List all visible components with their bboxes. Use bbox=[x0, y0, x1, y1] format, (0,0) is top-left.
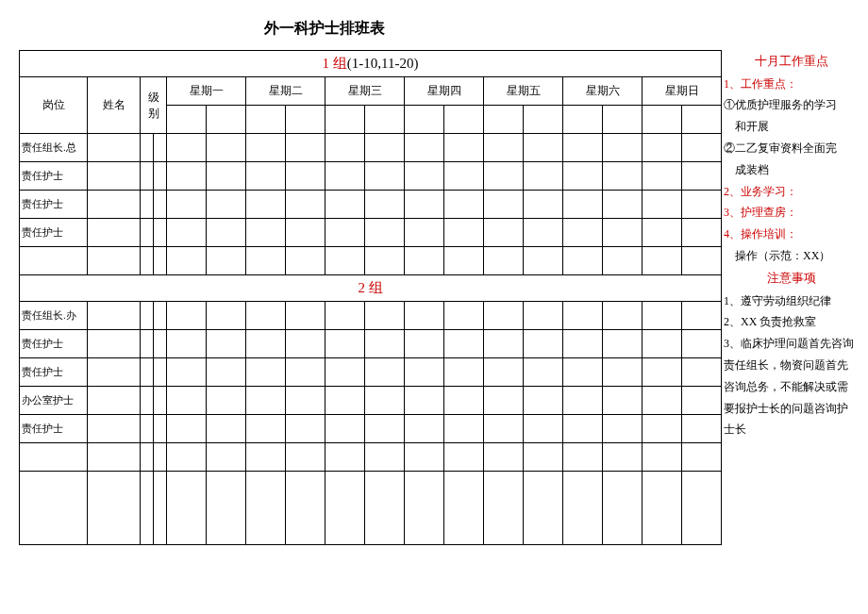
cell bbox=[444, 472, 484, 545]
subcell bbox=[603, 106, 643, 134]
cell bbox=[326, 191, 365, 219]
cell bbox=[286, 415, 326, 443]
focus-item4-a: 操作（示范：XX） bbox=[724, 245, 859, 267]
cell bbox=[444, 191, 484, 219]
cell bbox=[643, 387, 682, 415]
cell bbox=[643, 302, 682, 330]
focus-item1-label: 1、工作重点： bbox=[724, 74, 859, 95]
cell bbox=[484, 415, 524, 443]
cell bbox=[246, 162, 286, 191]
cell bbox=[246, 387, 286, 415]
cell bbox=[154, 472, 167, 545]
cell bbox=[286, 219, 326, 247]
notice-1: 1、遵守劳动组织纪律 bbox=[724, 290, 859, 312]
cell bbox=[154, 443, 167, 472]
cell bbox=[326, 358, 365, 387]
cell bbox=[326, 387, 365, 415]
cell bbox=[154, 162, 167, 191]
cell bbox=[405, 472, 444, 545]
cell bbox=[524, 472, 563, 545]
cell bbox=[207, 219, 246, 247]
cell bbox=[484, 387, 524, 415]
cell bbox=[563, 472, 603, 545]
cell bbox=[643, 191, 682, 219]
col-day-6: 星期六 bbox=[563, 77, 643, 106]
cell bbox=[524, 415, 563, 443]
cell bbox=[563, 247, 603, 275]
cell bbox=[154, 330, 167, 358]
row-label: 责任护士 bbox=[20, 219, 88, 247]
cell bbox=[207, 472, 246, 545]
cell bbox=[167, 330, 207, 358]
cell bbox=[246, 330, 286, 358]
cell bbox=[141, 415, 154, 443]
cell bbox=[167, 302, 207, 330]
cell bbox=[484, 162, 524, 191]
cell bbox=[643, 330, 682, 358]
table-row: 责任护士 bbox=[20, 330, 722, 358]
cell bbox=[682, 162, 722, 191]
cell bbox=[444, 247, 484, 275]
cell bbox=[88, 191, 141, 219]
cell bbox=[246, 358, 286, 387]
cell bbox=[405, 162, 444, 191]
table-row: 责任护士 bbox=[20, 162, 722, 191]
cell bbox=[365, 415, 405, 443]
cell bbox=[524, 387, 563, 415]
row-label bbox=[20, 247, 88, 275]
subcell bbox=[405, 106, 444, 134]
subcell bbox=[207, 106, 246, 134]
cell bbox=[365, 191, 405, 219]
cell bbox=[643, 443, 682, 472]
row-label: 办公室护士 bbox=[20, 387, 88, 415]
cell bbox=[603, 387, 643, 415]
group1-prefix: 1 组 bbox=[323, 56, 347, 71]
cell bbox=[141, 330, 154, 358]
cell bbox=[154, 247, 167, 275]
cell bbox=[405, 134, 444, 162]
cell bbox=[484, 472, 524, 545]
subcell bbox=[682, 106, 722, 134]
cell bbox=[154, 415, 167, 443]
cell bbox=[444, 358, 484, 387]
col-day-4: 星期四 bbox=[405, 77, 484, 106]
cell bbox=[286, 472, 326, 545]
header-row-1: 岗位 姓名 级别 星期一 星期二 星期三 星期四 星期五 星期六 星期日 bbox=[20, 77, 722, 106]
cell bbox=[326, 443, 365, 472]
focus-item3-label: 3、护理查房： bbox=[724, 202, 859, 224]
cell bbox=[141, 358, 154, 387]
cell bbox=[643, 472, 682, 545]
cell bbox=[365, 302, 405, 330]
cell bbox=[326, 472, 365, 545]
cell bbox=[682, 330, 722, 358]
cell bbox=[643, 134, 682, 162]
cell bbox=[603, 472, 643, 545]
focus-item2-label: 2、业务学习： bbox=[724, 181, 859, 203]
cell bbox=[524, 247, 563, 275]
cell bbox=[326, 162, 365, 191]
cell bbox=[484, 358, 524, 387]
table-row-tall bbox=[20, 472, 722, 545]
cell bbox=[207, 330, 246, 358]
cell bbox=[154, 191, 167, 219]
cell bbox=[444, 415, 484, 443]
focus-item1-a: ①优质护理服务的学习 bbox=[724, 94, 859, 116]
row-label bbox=[20, 443, 88, 472]
cell bbox=[207, 191, 246, 219]
cell bbox=[207, 134, 246, 162]
subcell bbox=[524, 106, 563, 134]
cell bbox=[88, 443, 141, 472]
cell bbox=[563, 415, 603, 443]
cell bbox=[88, 302, 141, 330]
cell bbox=[682, 247, 722, 275]
row-label: 责任护士 bbox=[20, 415, 88, 443]
col-day-5: 星期五 bbox=[484, 77, 563, 106]
cell bbox=[682, 387, 722, 415]
row-label: 责任护士 bbox=[20, 358, 88, 387]
cell bbox=[682, 191, 722, 219]
cell bbox=[246, 472, 286, 545]
cell bbox=[154, 134, 167, 162]
notice-title: 注意事项 bbox=[724, 267, 859, 290]
cell bbox=[286, 191, 326, 219]
cell bbox=[603, 247, 643, 275]
